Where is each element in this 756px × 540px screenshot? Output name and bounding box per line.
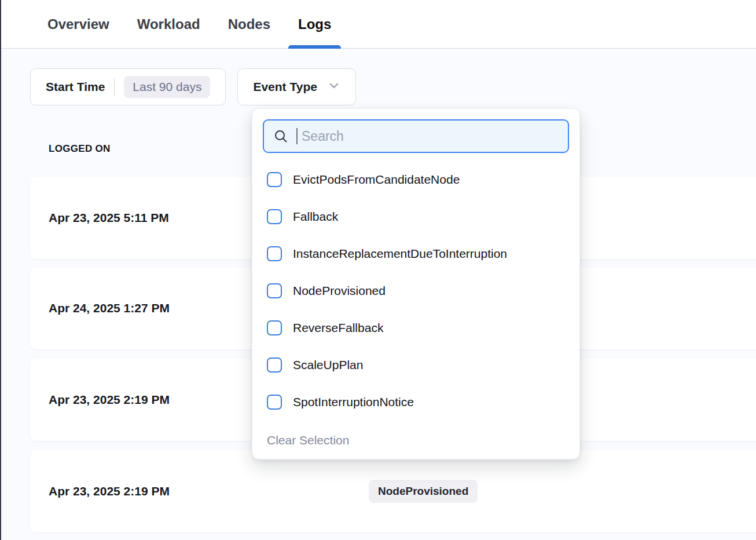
filter-divider <box>114 78 115 96</box>
chevron-down-icon <box>328 79 340 94</box>
dropdown-search-box <box>263 119 569 153</box>
option-nodeprovisioned[interactable]: NodeProvisioned <box>267 272 569 309</box>
option-evictpodsfromcandidatenode[interactable]: EvictPodsFromCandidateNode <box>267 161 569 198</box>
checkbox-icon[interactable] <box>267 209 282 224</box>
tab-overview-label: Overview <box>47 16 109 32</box>
option-fallback[interactable]: Fallback <box>267 198 569 235</box>
log-row-timestamp: Apr 23, 2025 2:19 PM <box>49 393 170 407</box>
dropdown-search-input[interactable] <box>302 129 559 144</box>
event-type-badge: NodeProvisioned <box>369 480 478 503</box>
option-label: EvictPodsFromCandidateNode <box>293 173 460 187</box>
active-tab-underline <box>288 45 341 49</box>
checkbox-icon[interactable] <box>267 395 282 410</box>
log-row-timestamp: Apr 23, 2025 5:11 PM <box>49 211 169 225</box>
text-cursor <box>296 128 298 144</box>
start-time-filter-label: Start Time <box>46 80 105 94</box>
checkbox-icon[interactable] <box>267 357 282 373</box>
log-row-timestamp: Apr 24, 2025 1:27 PM <box>49 301 170 315</box>
search-icon <box>273 129 289 144</box>
event-type-dropdown-panel: EvictPodsFromCandidateNode Fallback Inst… <box>252 108 580 459</box>
filter-bar: Start Time Last 90 days Event Type <box>30 68 356 105</box>
option-label: ReverseFallback <box>293 321 383 335</box>
tab-bar: Overview Workload Nodes Logs <box>1 0 756 49</box>
checkbox-icon[interactable] <box>267 283 282 298</box>
checkbox-icon[interactable] <box>267 172 282 187</box>
tab-overview[interactable]: Overview <box>47 0 109 49</box>
tab-nodes-label: Nodes <box>228 16 270 32</box>
checkbox-icon[interactable] <box>267 320 282 335</box>
option-scaleupplan[interactable]: ScaleUpPlan <box>267 346 569 384</box>
event-type-filter-button[interactable]: Event Type <box>237 68 355 105</box>
option-label: NodeProvisioned <box>293 284 386 298</box>
event-type-filter-label: Event Type <box>253 80 317 94</box>
option-label: SpotInterruptionNotice <box>293 395 414 409</box>
tab-workload[interactable]: Workload <box>137 0 200 49</box>
log-row: Apr 23, 2025 2:19 PM NodeProvisioned <box>30 450 756 532</box>
option-spotinterruptionnotice[interactable]: SpotInterruptionNotice <box>267 384 569 421</box>
option-label: ScaleUpPlan <box>293 358 363 372</box>
start-time-filter-button[interactable]: Start Time Last 90 days <box>30 68 226 105</box>
start-time-filter-value: Last 90 days <box>124 76 210 98</box>
option-label: Fallback <box>293 210 338 224</box>
column-header-logged-on: LOGGED ON <box>49 143 111 155</box>
log-row-timestamp: Apr 23, 2025 2:19 PM <box>49 484 170 498</box>
tab-logs[interactable]: Logs <box>298 0 331 49</box>
clear-selection-button[interactable]: Clear Selection <box>263 433 349 447</box>
tab-logs-label: Logs <box>298 16 331 32</box>
event-type-options-list: EvictPodsFromCandidateNode Fallback Inst… <box>263 161 569 421</box>
option-instancereplacementduetointerruption[interactable]: InstanceReplacementDueToInterruption <box>267 235 569 272</box>
option-reversefallback[interactable]: ReverseFallback <box>267 309 569 346</box>
tab-workload-label: Workload <box>137 16 200 32</box>
option-label: InstanceReplacementDueToInterruption <box>293 247 507 261</box>
checkbox-icon[interactable] <box>267 246 282 261</box>
tab-nodes[interactable]: Nodes <box>228 0 270 49</box>
logs-page: Overview Workload Nodes Logs Start Time … <box>0 0 756 540</box>
